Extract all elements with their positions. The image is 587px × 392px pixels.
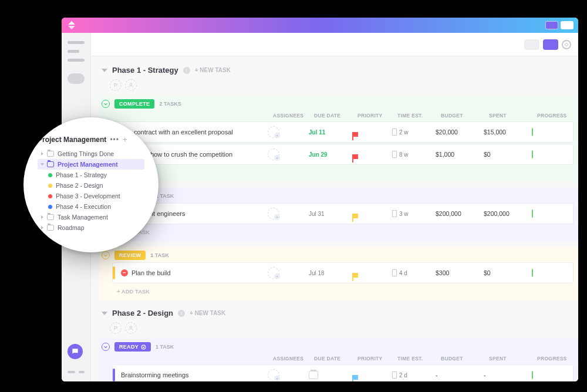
tree-item[interactable]: Getting Things Done	[38, 148, 144, 159]
assignee-cell[interactable]	[268, 208, 305, 219]
status-dot-icon	[48, 184, 52, 188]
col-priority: PRIORITY	[357, 356, 394, 361]
task-row[interactable]: Brainstorming meetings 2 d - -	[112, 364, 573, 381]
tree-item[interactable]: Project Management	[38, 159, 144, 170]
spent-cell: $0	[484, 151, 528, 158]
view-toggle-2[interactable]	[543, 39, 558, 50]
status-collapse-icon[interactable]	[102, 100, 110, 108]
assignee-chip[interactable]	[125, 79, 137, 91]
status-badge[interactable]: COMPLETE	[114, 99, 154, 109]
time-est-cell[interactable]: 4 d	[392, 269, 432, 276]
status-color-bar	[113, 266, 115, 279]
assignee-cell[interactable]	[268, 369, 305, 381]
phase-assignee-row: P	[99, 78, 578, 96]
status-dot-icon	[48, 173, 52, 177]
task-row[interactable]: Hire brilliant engineers Jul 31 3 w $200…	[112, 203, 573, 224]
col-due-date: DUE DATE	[314, 356, 354, 361]
tree-item[interactable]: Phase 2 - Design	[38, 180, 144, 191]
due-date-cell[interactable]: Jul 31	[309, 211, 349, 217]
window-control-max[interactable]	[561, 21, 573, 29]
col-progress: PROGRESS	[537, 356, 578, 361]
assignee-cell[interactable]	[268, 126, 305, 138]
avatar-placeholder-icon	[268, 126, 279, 138]
status-badge[interactable]: READY	[114, 342, 151, 352]
status-group: REVIEW 1 TASK −Plan the build Jul 18 4 d…	[99, 247, 578, 300]
task-name: Win contract with an excellent proposal	[119, 129, 264, 136]
chat-icon[interactable]	[68, 344, 83, 359]
folder-icon	[47, 225, 54, 231]
new-task-button[interactable]: + NEW TASK	[190, 310, 225, 316]
assignee-cell[interactable]	[268, 148, 305, 160]
spent-cell: $200,000	[484, 210, 528, 217]
add-task-button[interactable]: + ADD TASK	[99, 285, 578, 298]
assignee-cell[interactable]	[268, 267, 305, 279]
column-headers: ASSIGNEES DUE DATE PRIORITY TIME EST. BU…	[99, 354, 578, 364]
toolbar	[91, 33, 578, 56]
info-icon[interactable]: i	[183, 67, 190, 74]
view-toggle-1[interactable]	[524, 39, 539, 50]
due-date-cell[interactable]: Jul 11	[309, 129, 349, 136]
time-est-cell[interactable]: 2 d	[392, 371, 432, 379]
add-task-button[interactable]: + ADD TASK	[99, 225, 578, 239]
tree-item[interactable]: Phase 1 - Strategy	[38, 170, 144, 180]
progress-bar	[532, 269, 533, 277]
add-task-button[interactable]: + ADD TASK	[99, 166, 578, 180]
col-assignees: ASSIGNEES	[273, 356, 311, 361]
time-est-cell[interactable]: 3 w	[392, 210, 432, 217]
hourglass-icon	[392, 371, 397, 379]
tree-item-label: Roadmap	[58, 224, 85, 231]
sidebar-zoom-popup: Project Management ••• + Getting Things …	[23, 117, 158, 252]
col-priority: PRIORITY	[357, 113, 394, 119]
due-date-cell[interactable]: Jun 29	[309, 151, 349, 158]
collapse-icon[interactable]	[102, 312, 107, 315]
phase-title: Phase 2 - Design	[112, 309, 173, 317]
task-row[interactable]: −Plan the build Jul 18 4 d $300 $0	[112, 262, 573, 283]
tree-item-label: Phase 3 - Development	[56, 192, 120, 200]
tree-item[interactable]: Task Management	[38, 212, 144, 222]
status-color-bar	[113, 369, 115, 381]
settings-icon[interactable]	[562, 40, 571, 49]
phase-assignee-row: P	[99, 321, 578, 339]
col-spent: SPENT	[489, 113, 534, 119]
status-collapse-icon[interactable]	[102, 343, 110, 351]
time-est-cell[interactable]: 8 w	[392, 151, 432, 158]
status-collapse-icon[interactable]	[102, 251, 110, 259]
caret-icon	[41, 215, 43, 219]
avatar-placeholder-icon	[268, 369, 279, 381]
hourglass-icon	[392, 151, 397, 158]
tree-item-label: Phase 1 - Strategy	[56, 171, 107, 178]
add-icon[interactable]: +	[123, 135, 127, 144]
assignee-chip[interactable]	[125, 322, 137, 334]
assignee-chip[interactable]: P	[110, 79, 122, 91]
new-task-button[interactable]: + NEW TASK	[195, 67, 231, 73]
time-est-cell[interactable]: 2 w	[392, 129, 432, 136]
status-header: COMPLETE 2 TASKS	[99, 98, 578, 111]
rail-placeholder	[68, 41, 85, 44]
progress-cell	[532, 269, 573, 276]
tree-item[interactable]: Phase 4 - Execution	[38, 201, 144, 212]
more-icon[interactable]: •••	[110, 136, 119, 144]
info-icon[interactable]: i	[178, 310, 185, 317]
collapse-icon[interactable]	[102, 69, 107, 72]
window-control-min[interactable]	[545, 21, 558, 29]
tree-item[interactable]: Phase 3 - Development	[38, 191, 144, 201]
rail-search-placeholder[interactable]	[68, 73, 85, 84]
col-budget: BUDGET	[441, 356, 485, 361]
col-budget: BUDGET	[441, 113, 485, 119]
col-spent: SPENT	[489, 356, 534, 361]
due-date-cell[interactable]	[309, 371, 318, 379]
task-row[interactable]: Win contract with an excellent proposal …	[112, 121, 573, 143]
folder-icon	[47, 161, 54, 167]
phase-header: Phase 2 - Design i + NEW TASK	[99, 306, 578, 321]
tree-item[interactable]: Roadmap	[38, 222, 144, 233]
col-time-est: TIME EST.	[397, 113, 437, 119]
task-row[interactable]: Research how to crush the competition Ju…	[112, 144, 573, 165]
tree-item-label: Phase 4 - Execution	[56, 203, 111, 210]
status-dot-icon	[48, 194, 52, 198]
budget-cell: $1,000	[436, 151, 480, 158]
task-name: −Plan the build	[119, 269, 264, 276]
avatar-placeholder-icon	[268, 267, 279, 279]
assignee-chip[interactable]: P	[110, 322, 122, 334]
due-date-cell[interactable]: Jul 18	[309, 270, 349, 276]
status-badge[interactable]: REVIEW	[114, 251, 146, 260]
